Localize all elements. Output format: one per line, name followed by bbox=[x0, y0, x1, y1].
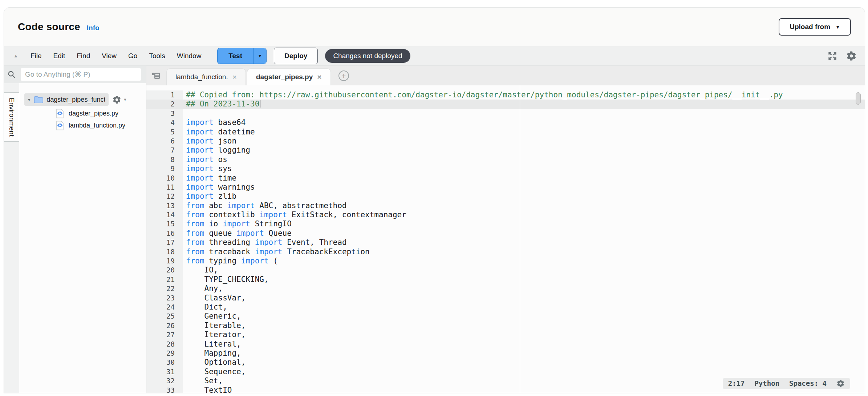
code-line-text: Iterable, bbox=[183, 321, 865, 330]
menu-items: FileEditFindViewGoToolsWindow bbox=[25, 52, 207, 60]
python-file-icon bbox=[56, 109, 64, 118]
code-line-text: import sys bbox=[183, 164, 865, 173]
line-number: 4 bbox=[146, 118, 183, 127]
line-number: 24 bbox=[146, 303, 183, 312]
code-line[interactable]: 25 Generic, bbox=[146, 312, 865, 321]
line-number: 12 bbox=[146, 192, 183, 201]
status-gear-icon[interactable] bbox=[836, 379, 845, 388]
code-line[interactable]: 18from traceback import TracebackExcepti… bbox=[146, 247, 865, 256]
code-line[interactable]: 28 Literal, bbox=[146, 340, 865, 349]
code-line[interactable]: 2## On 2023-11-30 bbox=[146, 100, 865, 109]
code-line[interactable]: 7import logging bbox=[146, 146, 865, 155]
code-line[interactable]: 15from io import StringIO bbox=[146, 219, 865, 229]
code-line-text: Mapping, bbox=[183, 349, 865, 358]
code-line[interactable]: 27 Iterator, bbox=[146, 330, 865, 339]
code-line[interactable]: 29 Mapping, bbox=[146, 349, 865, 358]
line-number: 18 bbox=[146, 247, 183, 256]
menu-item-find[interactable]: Find bbox=[71, 52, 96, 60]
line-number: 27 bbox=[146, 330, 183, 339]
tree-file-lambda-function-py[interactable]: lambda_function.py bbox=[19, 120, 146, 132]
language-mode[interactable]: Python bbox=[754, 379, 779, 388]
code-line[interactable]: 8import os bbox=[146, 155, 865, 164]
line-number: 30 bbox=[146, 358, 183, 367]
code-line-text: Literal, bbox=[183, 340, 865, 349]
menu-item-go[interactable]: Go bbox=[122, 52, 143, 60]
menu-item-tools[interactable]: Tools bbox=[143, 52, 171, 60]
deploy-button[interactable]: Deploy bbox=[274, 48, 318, 64]
menu-item-view[interactable]: View bbox=[96, 52, 122, 60]
line-number: 13 bbox=[146, 201, 183, 210]
code-line[interactable]: 30 Optional, bbox=[146, 358, 865, 367]
code-line[interactable]: 4import base64 bbox=[146, 118, 865, 127]
test-split-button: Test ▼ bbox=[217, 48, 267, 64]
menu-item-window[interactable]: Window bbox=[171, 52, 207, 60]
file-label: lambda_function.py bbox=[69, 122, 125, 129]
line-number: 26 bbox=[146, 321, 183, 330]
editor-pane: lambda_function.×dagster_pipes.py× + 1##… bbox=[146, 66, 865, 393]
code-line[interactable]: 19from typing import ( bbox=[146, 256, 865, 266]
environment-tab[interactable]: Environment bbox=[4, 92, 19, 142]
line-number: 31 bbox=[146, 367, 183, 376]
line-number: 5 bbox=[146, 128, 183, 137]
go-to-anything-input[interactable] bbox=[21, 68, 141, 81]
code-line-text: Sequence, bbox=[183, 367, 865, 376]
tab-dagster-pipes-py[interactable]: dagster_pipes.py× bbox=[247, 68, 331, 85]
editor-scrollbar-thumb[interactable] bbox=[856, 92, 861, 105]
code-line[interactable]: 23 ClassVar, bbox=[146, 294, 865, 303]
file-tree: ▾ dagster_pipes_funct ▼ bbox=[19, 83, 146, 393]
code-line[interactable]: 13from abc import ABC, abstractmethod bbox=[146, 201, 865, 210]
left-rail: Environment bbox=[4, 66, 19, 393]
menu-item-file[interactable]: File bbox=[25, 52, 48, 60]
panel-header: Code source Info Upload from ▼ bbox=[4, 8, 865, 46]
settings-gear-icon[interactable] bbox=[846, 50, 857, 61]
tab-lambda-function[interactable]: lambda_function.× bbox=[166, 68, 246, 85]
upload-from-button[interactable]: Upload from ▼ bbox=[779, 18, 851, 36]
code-editor[interactable]: 1## Copied from: https://raw.githubuserc… bbox=[146, 85, 865, 393]
text-cursor bbox=[260, 100, 260, 108]
indentation-setting[interactable]: Spaces: 4 bbox=[789, 379, 827, 388]
tab-label: dagster_pipes.py bbox=[256, 73, 313, 81]
fullscreen-icon[interactable] bbox=[827, 50, 838, 61]
line-number: 2 bbox=[146, 100, 183, 109]
code-line[interactable]: 9import sys bbox=[146, 164, 865, 173]
cursor-position[interactable]: 2:17 bbox=[728, 379, 745, 388]
editor-status-bar: 2:17 Python Spaces: 4 bbox=[723, 378, 850, 389]
line-number: 1 bbox=[146, 90, 183, 100]
close-icon[interactable]: × bbox=[232, 73, 237, 81]
line-number: 16 bbox=[146, 229, 183, 238]
code-line-text: import time bbox=[183, 174, 865, 183]
code-line[interactable]: 14from contextlib import ExitStack, cont… bbox=[146, 210, 865, 219]
code-line-text: import zlib bbox=[183, 192, 865, 201]
code-line[interactable]: 5import datetime bbox=[146, 128, 865, 137]
code-line[interactable]: 22 Any, bbox=[146, 284, 865, 293]
close-icon[interactable]: × bbox=[317, 73, 321, 81]
code-line[interactable]: 11import warnings bbox=[146, 183, 865, 192]
code-line[interactable]: 10import time bbox=[146, 174, 865, 183]
collapse-panel-icon[interactable]: ▲ bbox=[13, 53, 18, 58]
menu-bar: ▲ FileEditFindViewGoToolsWindow Test ▼ D… bbox=[4, 46, 865, 66]
code-line[interactable]: 3 bbox=[146, 109, 865, 118]
code-line[interactable]: 31 Sequence, bbox=[146, 367, 865, 376]
upload-from-label: Upload from bbox=[790, 23, 830, 31]
code-line[interactable]: 20 IO, bbox=[146, 266, 865, 275]
tree-folder-dagster-pipes-function[interactable]: ▾ dagster_pipes_funct bbox=[24, 93, 109, 106]
tab-list-icon[interactable] bbox=[151, 71, 161, 81]
code-line[interactable]: 24 Dict, bbox=[146, 303, 865, 312]
code-line[interactable]: 12import zlib bbox=[146, 192, 865, 201]
menu-item-edit[interactable]: Edit bbox=[48, 52, 71, 60]
tree-file-dagster-pipes-py[interactable]: dagster_pipes.py bbox=[19, 108, 146, 120]
code-line-text: from threading import Event, Thread bbox=[183, 238, 865, 247]
code-line[interactable]: 6import json bbox=[146, 137, 865, 146]
test-button[interactable]: Test bbox=[218, 48, 253, 64]
code-line[interactable]: 16from queue import Queue bbox=[146, 229, 865, 238]
new-tab-button[interactable]: + bbox=[338, 70, 349, 81]
code-line[interactable]: 17from threading import Event, Thread bbox=[146, 238, 865, 247]
chevron-expand-icon[interactable]: ▾ bbox=[28, 97, 31, 102]
tree-settings-button[interactable]: ▼ bbox=[112, 95, 127, 104]
test-dropdown-button[interactable]: ▼ bbox=[253, 48, 266, 64]
info-link[interactable]: Info bbox=[87, 24, 100, 32]
code-line[interactable]: 1## Copied from: https://raw.githubuserc… bbox=[146, 90, 865, 100]
code-line-text: ## On 2023-11-30 bbox=[183, 100, 865, 109]
code-line[interactable]: 26 Iterable, bbox=[146, 321, 865, 330]
code-line[interactable]: 21 TYPE_CHECKING, bbox=[146, 275, 865, 284]
